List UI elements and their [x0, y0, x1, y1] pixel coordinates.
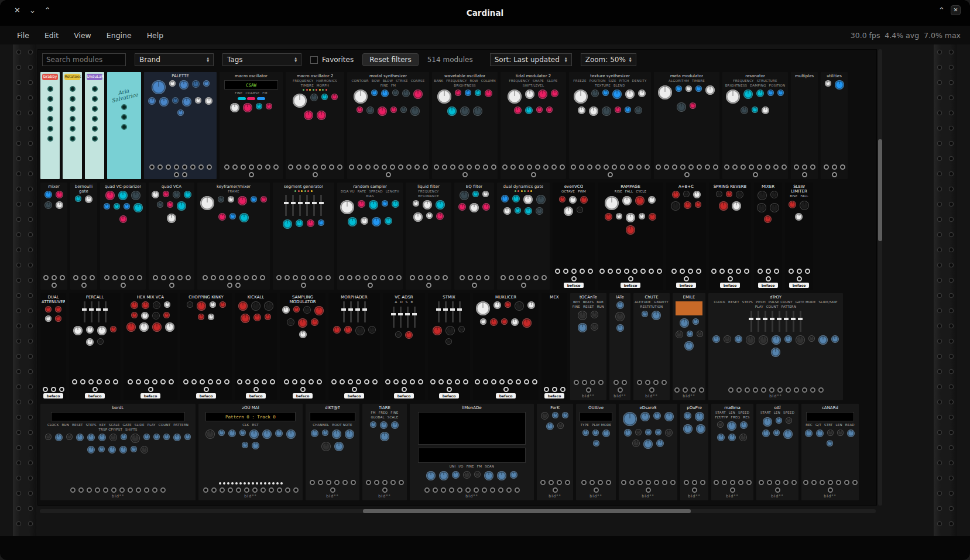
- module-tile[interactable]: DUAL ATTENUVERTERbefaco: [40, 293, 66, 400]
- favorites-checkbox[interactable]: [310, 56, 318, 64]
- module-tile[interactable]: evenVCOOCTAVEPWMbefaco: [553, 183, 595, 290]
- module-label: CLK: [242, 423, 249, 427]
- module-tile[interactable]: KICKALLbefaco: [235, 293, 277, 400]
- module-tile[interactable]: keyframer/mixerFRAME: [197, 183, 270, 290]
- zoom-select[interactable]: Zoom: 50% ▲ ▼: [581, 53, 636, 66]
- reset-filters-button[interactable]: Reset filters: [362, 53, 419, 66]
- module-tile[interactable]: multiples: [791, 72, 818, 179]
- module-tile[interactable]: MORPHADERbefaco: [328, 293, 380, 400]
- module-tile[interactable]: bordLCLOCKRUNRESETSTEPSKEYSCALEGATESLIDE…: [40, 404, 196, 500]
- module-tile[interactable]: modal synthesizerCONTOURBOWBLOWSTRIKECOA…: [347, 72, 429, 179]
- module-tile[interactable]: HEX MIX VCAbefaco: [124, 293, 177, 400]
- module-tile[interactable]: MEXbefaco: [541, 293, 567, 400]
- port-decoration: [699, 387, 704, 393]
- menu-item-view[interactable]: View: [66, 28, 99, 43]
- module-tile[interactable]: EQ filter: [454, 183, 494, 290]
- module-tile[interactable]: A+B+Cbefaco: [666, 183, 706, 290]
- module-tile[interactable]: PALETTE: [144, 72, 217, 179]
- module-tile[interactable]: OUAIveTYPEPLAY MODEbId°°: [576, 404, 616, 500]
- knob-decoration: [98, 446, 105, 452]
- port-decoration: [326, 480, 331, 485]
- knob-area: [183, 301, 230, 377]
- module-tile[interactable]: cANARdRECG/TSTRTLENREADbId°°: [801, 404, 859, 500]
- port-decoration: [786, 387, 791, 393]
- module-tile[interactable]: lATebId°°: [609, 293, 630, 400]
- module-tile[interactable]: VC ADSRADSRbefaco: [383, 293, 425, 400]
- module-tile[interactable]: SAMPLING MODULATORbefaco: [280, 293, 325, 400]
- module-tile[interactable]: maGmaSTARTLENSPEEDFLT/TYPFREQRESbId°°: [711, 404, 753, 500]
- module-tile[interactable]: random samplerDEJA VURATESPREADLENGTHBIA…: [337, 183, 403, 290]
- module-tile[interactable]: CHOPPING KINKYbefaco: [180, 293, 232, 400]
- module-tile[interactable]: meta modulatorALGORITHMTIMBRE: [654, 72, 719, 179]
- chevron-up-icon[interactable]: ⌃: [44, 6, 51, 15]
- module-tile[interactable]: ChUTEALTITUDEGRAVITYRESTITUTIONbId°°: [633, 293, 670, 400]
- module-tile[interactable]: EMILEbId°°: [673, 293, 705, 400]
- module-tile[interactable]: PERCALLbefaco: [69, 293, 121, 400]
- module-tile[interactable]: TiAREFMFREQFINEGLOBALSCALEbId°°: [362, 404, 407, 500]
- close-icon[interactable]: ✕: [14, 6, 20, 15]
- module-tile[interactable]: resonatorFREQUENCYSTRUCTUREBRIGHTNESSDAM…: [722, 72, 788, 179]
- brand-select[interactable]: Brand ▲ ▼: [135, 53, 214, 66]
- port-decoration: [97, 379, 102, 384]
- module-tile[interactable]: dual dynamics gate: [497, 183, 550, 290]
- menu-item-engine[interactable]: Engine: [99, 28, 139, 43]
- port-decoration: [348, 379, 353, 384]
- collapse-icon[interactable]: ⌃: [938, 6, 945, 15]
- module-tile[interactable]: eDsaroSbId°°: [619, 404, 677, 500]
- module-tile[interactable]: dIKT@TCHANNELROOT NOTEbId°°: [306, 404, 359, 500]
- knob-decoration: [503, 207, 511, 215]
- horizontal-scrollbar-thumb[interactable]: [363, 509, 691, 513]
- module-tile[interactable]: macro oscillator 2FREQUENCYHARMONICSTIMB…: [286, 72, 344, 179]
- tags-select[interactable]: Tags ▲ ▼: [222, 53, 301, 66]
- search-input[interactable]: [42, 53, 126, 66]
- module-tile[interactable]: bernoulli gate: [70, 183, 97, 290]
- chevron-down-icon[interactable]: ⌄: [29, 6, 36, 15]
- module-tile[interactable]: segment generator: [273, 183, 334, 290]
- module-tile[interactable]: RAMPAGERISEFALLCYCLEbefaco: [598, 183, 663, 290]
- module-tile[interactable]: macro oscillatorCSAWFINECOARSEFM: [220, 72, 283, 179]
- sort-select[interactable]: Sort: Last updated ▲ ▼: [490, 53, 572, 66]
- module-tile[interactable]: tidal modulator 2FREQUENCYSHAPESLOPESHIF…: [501, 72, 566, 179]
- vertical-scrollbar-thumb[interactable]: [878, 139, 882, 241]
- module-tile[interactable]: dTrOYCLOCKRESETSTEPSPITCHPULSE COUNTGATE…: [708, 293, 843, 400]
- port-row: [125, 377, 176, 393]
- module-tile[interactable]: UnduLaR: [85, 72, 104, 179]
- module-tile[interactable]: pOuPrebId°°: [680, 404, 708, 500]
- slider-decoration: [765, 311, 766, 332]
- port-decoration: [594, 487, 599, 493]
- port-decoration: [736, 269, 741, 274]
- module-tile[interactable]: utilities: [821, 72, 848, 179]
- module-tile[interactable]: SLEW LIMITERRISEFALLbefaco: [785, 183, 813, 290]
- module-tile[interactable]: texture synthesizerFREEZEPOSITIONSIZEPIT…: [569, 72, 651, 179]
- module-tile[interactable]: quad VCA: [149, 183, 194, 290]
- port-decoration: [265, 164, 270, 170]
- port-decoration: [765, 164, 770, 170]
- menu-item-edit[interactable]: Edit: [37, 28, 66, 43]
- module-tile[interactable]: MUXLICERbefaco: [473, 293, 539, 400]
- port-decoration: [654, 480, 659, 485]
- module-tile[interactable]: Rotatoes: [63, 72, 82, 179]
- module-tile[interactable]: oAïSTARTLENSPEEDbId°°: [756, 404, 798, 500]
- port-decoration: [714, 480, 719, 485]
- port-row: [599, 267, 662, 282]
- favorites-group: Favorites: [310, 56, 354, 64]
- menu-item-help[interactable]: Help: [139, 28, 172, 43]
- knob-decoration: [163, 191, 169, 197]
- module-tile[interactable]: Grabby: [40, 72, 60, 179]
- knob-decoration: [243, 103, 252, 112]
- slider-decoration: [313, 195, 315, 216]
- module-tile[interactable]: ForKbId°°: [537, 404, 573, 500]
- module-tile[interactable]: tOCAnTeBPHBEATSBARFINERESETRUNbId°°: [570, 293, 606, 400]
- module-tile[interactable]: zOÙ MAÏPattern 0 : Track 0CLKRSTbId°°: [198, 404, 303, 500]
- module-tile[interactable]: MIXERbefaco: [754, 183, 782, 290]
- module-tile[interactable]: liquid filterFREQUENCYRESONANCE: [406, 183, 451, 290]
- module-tile[interactable]: STMIXbefaco: [428, 293, 470, 400]
- menu-item-file[interactable]: File: [9, 28, 37, 43]
- module-tile[interactable]: lIMonADeUNII/OFINEFMSCANbId°°: [410, 404, 534, 500]
- module-tile[interactable]: Aria Salvatrice: [107, 72, 141, 179]
- module-tile[interactable]: SPRING REVERBbefaco: [709, 183, 751, 290]
- port-decoration: [364, 379, 369, 384]
- module-tile[interactable]: mixer: [40, 183, 67, 290]
- module-tile[interactable]: quad VC-polarizer: [100, 183, 146, 290]
- module-tile[interactable]: wavetable oscillatorBANKFREQUENCYROWCOLU…: [432, 72, 498, 179]
